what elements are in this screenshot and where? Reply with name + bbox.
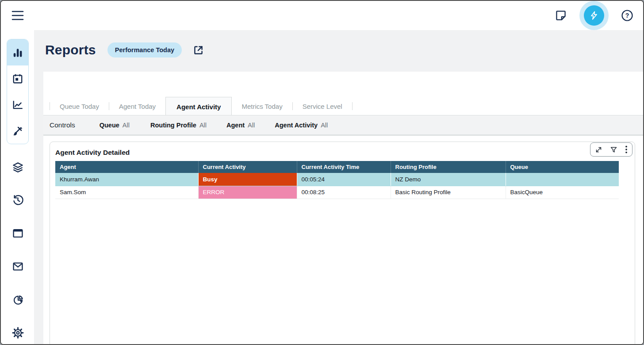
filter-value: All xyxy=(123,122,130,129)
filter-agent-activity[interactable]: Agent Activity All xyxy=(275,122,328,129)
col-current-activity-time[interactable]: Current Activity Time xyxy=(297,161,391,173)
sidebar-item-bar-chart[interactable] xyxy=(7,39,28,65)
filter-value: All xyxy=(248,122,255,129)
lightning-button-halo xyxy=(579,1,609,30)
mail-icon xyxy=(12,261,24,272)
pie-chart-icon xyxy=(12,294,24,306)
tab-metrics-today[interactable]: Metrics Today xyxy=(232,97,292,115)
report-tabs: Queue Today Agent Today Agent Activity M… xyxy=(50,97,353,115)
tab-agent-activity[interactable]: Agent Activity xyxy=(165,97,232,116)
app-window: ? xyxy=(0,0,644,345)
filter-name: Queue xyxy=(100,122,119,129)
agent-activity-card: Agent Activity Detailed xyxy=(50,142,635,345)
cell-activity-time: 00:05:24 xyxy=(297,173,391,186)
svg-text:?: ? xyxy=(625,12,629,19)
filter-value: All xyxy=(321,122,328,129)
performance-today-badge[interactable]: Performance Today xyxy=(107,42,182,58)
layers-icon xyxy=(12,161,24,173)
cell-queue: BasicQueue xyxy=(506,186,619,199)
tab-agent-today[interactable]: Agent Today xyxy=(109,97,165,115)
cell-queue xyxy=(506,173,619,186)
cell-current-activity-error: ERROR xyxy=(198,186,297,199)
line-chart-icon xyxy=(12,99,23,111)
note-icon[interactable] xyxy=(555,9,567,22)
card-toolbar xyxy=(590,142,632,157)
cell-agent: Khurram.Awan xyxy=(55,173,198,186)
cell-routing-profile: NZ Demo xyxy=(391,173,506,186)
hamburger-menu-icon[interactable] xyxy=(11,10,24,21)
sidebar-item-settings[interactable] xyxy=(12,326,24,339)
table-header-row: Agent Current Activity Current Activity … xyxy=(55,161,619,173)
cell-agent: Sam.Som xyxy=(55,186,198,199)
filter-agent[interactable]: Agent All xyxy=(226,122,255,129)
filter-queue[interactable]: Queue All xyxy=(100,122,130,129)
sidebar xyxy=(1,30,34,344)
expand-icon[interactable] xyxy=(595,146,602,153)
page-title: Reports xyxy=(45,42,96,58)
agent-activity-table: Agent Current Activity Current Activity … xyxy=(55,161,619,199)
col-routing-profile[interactable]: Routing Profile xyxy=(391,161,506,173)
top-bar: ? xyxy=(1,1,643,30)
content-area: Reports Performance Today Queue Today Ag… xyxy=(34,30,643,344)
table-row[interactable]: Khurram.Awan Busy 00:05:24 NZ Demo xyxy=(55,173,619,186)
controls-label: Controls xyxy=(50,121,75,129)
col-agent[interactable]: Agent xyxy=(55,161,198,173)
tab-queue-today[interactable]: Queue Today xyxy=(50,97,109,115)
filter-funnel-icon[interactable] xyxy=(610,146,617,153)
sidebar-item-mail[interactable] xyxy=(12,260,24,272)
sidebar-item-design[interactable] xyxy=(7,118,28,144)
sidebar-item-window[interactable] xyxy=(12,227,24,239)
sidebar-item-history[interactable] xyxy=(12,194,24,206)
sidebar-nav-group xyxy=(7,39,29,144)
tab-separator xyxy=(352,102,353,110)
calendar-icon xyxy=(12,73,23,84)
lightning-button[interactable] xyxy=(584,5,604,26)
sidebar-item-pie-chart[interactable] xyxy=(12,293,24,306)
topbar-actions: ? xyxy=(555,1,643,30)
kebab-menu-icon[interactable] xyxy=(625,146,628,153)
settings-gear-icon xyxy=(12,327,24,339)
table-row[interactable]: Sam.Som ERROR 00:08:25 Basic Routing Pro… xyxy=(55,186,619,199)
filter-name: Agent xyxy=(226,122,245,129)
external-link-icon[interactable] xyxy=(192,44,204,56)
page-header: Reports Performance Today xyxy=(34,30,643,58)
filter-name: Routing Profile xyxy=(150,122,196,129)
tab-service-level[interactable]: Service Level xyxy=(293,97,352,115)
sidebar-item-line-chart[interactable] xyxy=(7,92,28,118)
filter-value: All xyxy=(199,122,207,129)
design-brush-icon xyxy=(12,125,23,137)
card-title: Agent Activity Detailed xyxy=(50,142,635,157)
sidebar-item-calendar[interactable] xyxy=(7,65,28,92)
sidebar-item-layers[interactable] xyxy=(12,161,24,173)
controls-bar: Controls Queue All Routing Profile All A… xyxy=(43,115,643,135)
history-icon xyxy=(12,194,24,206)
bar-chart-icon xyxy=(12,47,23,58)
window-icon xyxy=(12,227,24,239)
col-current-activity[interactable]: Current Activity xyxy=(198,161,297,173)
filter-name: Agent Activity xyxy=(275,122,318,129)
col-queue[interactable]: Queue xyxy=(506,161,619,173)
cell-current-activity-busy: Busy xyxy=(198,173,297,186)
cell-routing-profile: Basic Routing Profile xyxy=(391,186,506,199)
cell-activity-time: 00:08:25 xyxy=(297,186,391,199)
filter-routing-profile[interactable]: Routing Profile All xyxy=(150,122,207,129)
report-panel: Queue Today Agent Today Agent Activity M… xyxy=(43,72,643,344)
help-icon[interactable]: ? xyxy=(621,9,633,22)
